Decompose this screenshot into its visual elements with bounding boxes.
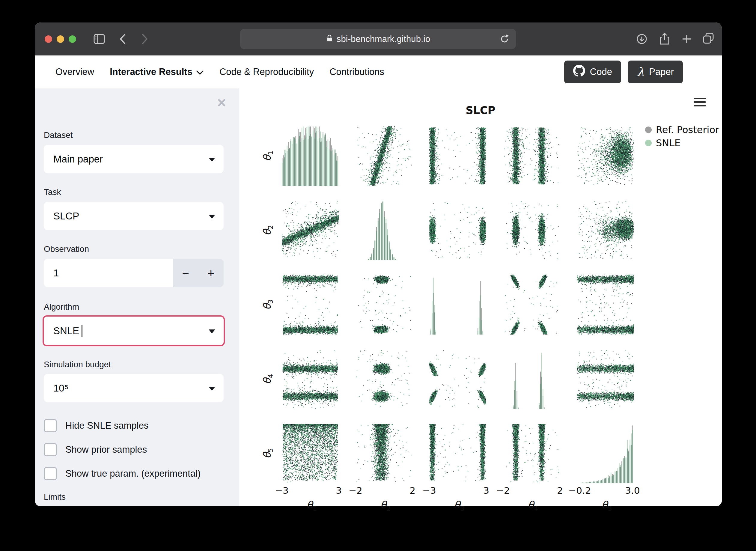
observation-label: Observation — [44, 244, 89, 254]
zoom-window-button[interactable] — [69, 35, 76, 43]
observation-row: 1 − + — [44, 259, 224, 287]
paper-button[interactable]: λ Paper — [628, 61, 683, 83]
nav-buttons: Code λ Paper — [564, 61, 683, 83]
dataset-label: Dataset — [44, 130, 73, 140]
reload-icon[interactable] — [499, 33, 511, 45]
hide-snle-samples-checkbox[interactable] — [44, 419, 57, 432]
caret-down-icon — [209, 330, 215, 333]
new-tab-icon[interactable] — [679, 31, 694, 46]
show-true-param-row: Show true param. (experimental) — [44, 465, 200, 482]
chevron-down-icon — [196, 67, 204, 77]
task-label: Task — [44, 187, 61, 197]
legend-item-snle[interactable]: SNLE — [645, 137, 719, 149]
hide-snle-samples-label: Hide SNLE samples — [65, 420, 148, 431]
controls-sidebar: ✕ Dataset Main paper Task SLCP Observati… — [35, 88, 239, 506]
show-prior-samples-row: Show prior samples — [44, 441, 147, 458]
pdf-icon: λ — [637, 66, 644, 78]
pairplot-cell-r2c5[interactable] — [577, 200, 634, 260]
pairplot-cell-r5c5[interactable] — [577, 423, 634, 483]
pairplot-cell-r1c4[interactable] — [503, 126, 560, 186]
pairplot-cell-r2c4[interactable] — [503, 200, 560, 260]
nav-link-contributions[interactable]: Contributions — [329, 67, 384, 77]
pairplot-cell-r4c1[interactable] — [282, 349, 339, 409]
pairplot-cell-r3c1[interactable] — [282, 274, 339, 335]
chart-title: SLCP — [466, 104, 496, 116]
dataset-select[interactable]: Main paper — [44, 145, 224, 173]
x-axis-label-theta5: θ5 — [602, 499, 612, 512]
x-axis-label-theta1: θ1 — [307, 499, 317, 512]
increment-button[interactable]: + — [204, 267, 217, 279]
y-axis-label-theta3: θ3 — [261, 294, 274, 315]
x-tick: −3 — [423, 485, 436, 496]
simulation-budget-label: Simulation budget — [44, 360, 111, 369]
task-select[interactable]: SLCP — [44, 202, 224, 230]
caret-down-icon — [209, 215, 215, 218]
pairplot-cell-r3c4[interactable] — [503, 274, 560, 335]
pairplot-cell-r3c3[interactable] — [429, 274, 486, 335]
desktop-background: sbi-benchmark.github.io Overview — [0, 0, 756, 551]
address-bar[interactable]: sbi-benchmark.github.io — [240, 29, 516, 49]
simulation-budget-select[interactable]: 10⁵ — [44, 374, 224, 402]
pairplot-cell-r5c3[interactable] — [429, 423, 486, 483]
x-tick: −0.2 — [568, 485, 591, 496]
pairplot-cell-r2c3[interactable] — [429, 200, 486, 260]
algorithm-label: Algorithm — [44, 302, 79, 312]
nav-link-interactive-results[interactable]: Interactive Results — [110, 67, 204, 77]
legend-marker-snle — [645, 140, 652, 146]
observation-value: 1 — [53, 267, 59, 279]
task-value: SLCP — [53, 210, 79, 222]
close-window-button[interactable] — [45, 35, 52, 43]
pairplot-cell-r2c1[interactable] — [282, 200, 339, 260]
x-tick: −3 — [275, 485, 289, 496]
nav-link-code-reproducibility[interactable]: Code & Reproducibility — [219, 67, 314, 77]
x-axis-label-theta4: θ4 — [528, 499, 538, 512]
show-true-param-label: Show true param. (experimental) — [65, 468, 200, 479]
share-icon[interactable] — [657, 31, 672, 46]
algorithm-value: SNLE — [53, 325, 79, 337]
simulation-budget-value: 10⁵ — [53, 383, 68, 394]
x-axis-label-theta3: θ3 — [454, 499, 465, 512]
menu-icon[interactable] — [694, 98, 706, 108]
minimize-window-button[interactable] — [57, 35, 64, 43]
tab-overview-icon[interactable] — [701, 31, 716, 46]
show-prior-samples-checkbox[interactable] — [44, 443, 57, 456]
pairplot-cell-r4c3[interactable] — [429, 349, 486, 409]
pairplot-cell-r2c2[interactable] — [355, 200, 413, 260]
pairplot-cell-r4c2[interactable] — [355, 349, 413, 409]
pairplot-cell-r1c3[interactable] — [429, 126, 486, 186]
back-icon[interactable] — [116, 31, 131, 46]
code-button[interactable]: Code — [564, 61, 621, 83]
pairplot-cell-r1c5[interactable] — [577, 126, 634, 186]
github-icon — [573, 65, 585, 79]
site-navbar: Overview Interactive Results Code & Repr… — [35, 55, 722, 88]
pairplot-cell-r5c1[interactable] — [282, 423, 339, 483]
pairplot-cell-r5c2[interactable] — [355, 423, 413, 483]
legend-marker-ref — [645, 126, 652, 133]
browser-chrome: sbi-benchmark.github.io — [35, 22, 722, 55]
algorithm-select[interactable]: SNLE — [43, 316, 225, 346]
observation-stepper: − + — [173, 259, 224, 287]
pairplot-cell-r4c4[interactable] — [503, 349, 560, 409]
pairplot-cell-r4c5[interactable] — [577, 349, 634, 409]
nav-link-overview[interactable]: Overview — [55, 67, 94, 77]
sidebar-toggle-icon[interactable] — [92, 31, 107, 46]
x-tick: 3 — [483, 485, 489, 496]
dataset-value: Main paper — [53, 153, 103, 165]
show-true-param-checkbox[interactable] — [44, 467, 57, 480]
close-icon[interactable]: ✕ — [216, 97, 227, 109]
legend-item-ref-posterior[interactable]: Ref. Posterior — [645, 124, 719, 135]
text-cursor — [81, 325, 82, 337]
pairplot-cell-r1c1[interactable] — [282, 126, 339, 186]
downloads-icon[interactable] — [634, 31, 649, 46]
pairplot-cell-r5c4[interactable] — [503, 423, 560, 483]
x-tick: −2 — [348, 485, 362, 496]
x-tick: 3 — [336, 485, 342, 496]
observation-input[interactable]: 1 — [44, 259, 173, 287]
pairplot-cell-r3c2[interactable] — [355, 274, 413, 335]
nav-links: Overview Interactive Results Code & Repr… — [55, 55, 384, 88]
x-tick: −2 — [496, 485, 510, 496]
pairplot-cell-r3c5[interactable] — [577, 274, 634, 335]
forward-icon[interactable] — [137, 31, 152, 46]
decrement-button[interactable]: − — [179, 267, 192, 279]
pairplot-cell-r1c2[interactable] — [355, 126, 413, 186]
